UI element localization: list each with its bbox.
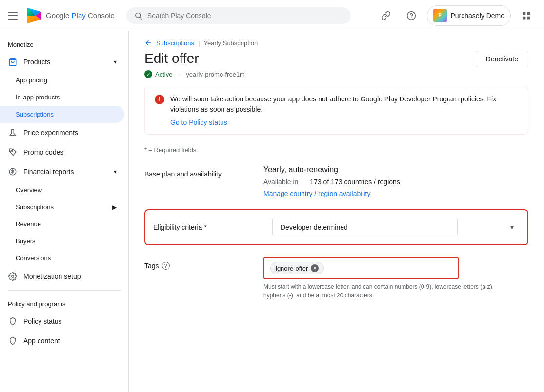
monetize-section-title: Monetize (0, 35, 128, 52)
svg-point-18 (12, 275, 14, 278)
eligibility-required-marker: * (204, 223, 206, 231)
breadcrumb-separator: | (198, 39, 200, 47)
warning-banner: We will soon take action because your ap… (144, 86, 528, 135)
link-button[interactable] (376, 6, 396, 25)
search-input[interactable] (147, 12, 343, 20)
sidebar-item-products[interactable]: Products ▾ (0, 52, 124, 72)
required-asterisk: * – Required fields (144, 146, 196, 154)
breadcrumb: Subscriptions | Yearly Subscription (129, 31, 544, 47)
eligibility-value-wrapper: Developer determined New subscribers onl… (272, 218, 520, 236)
policy-link[interactable]: Go to Policy status (170, 118, 227, 126)
sidebar-conversions-label: Conversions (16, 255, 51, 262)
warning-icon (155, 95, 164, 104)
manage-country-link[interactable]: Manage country / region availability (263, 190, 528, 197)
sidebar-item-policy-status[interactable]: Policy status (0, 312, 124, 331)
topbar: Google Play Console P Purchasely Demo (0, 0, 544, 31)
base-plan-title: Yearly, auto-renewing (263, 165, 528, 174)
account-chip[interactable]: P Purchasely Demo (427, 5, 511, 26)
layout: Monetize Products ▾ App pricing In-app p… (0, 31, 544, 392)
base-plan-value: Yearly, auto-renewing Available in 173 o… (263, 165, 528, 197)
sidebar-item-overview[interactable]: Overview (0, 181, 124, 198)
sidebar-item-financial-reports[interactable]: Financial reports ▾ (0, 162, 124, 181)
sidebar-divider (8, 290, 121, 291)
tags-input-wrapper[interactable]: ignore-offer (263, 257, 459, 279)
topbar-actions: P Purchasely Demo (376, 5, 537, 26)
sidebar-item-app-pricing[interactable]: App pricing (0, 72, 124, 89)
apps-icon (522, 11, 531, 20)
cart-icon (8, 57, 18, 67)
status-separator: · (178, 70, 180, 78)
back-arrow-icon[interactable] (144, 39, 152, 47)
search-icon (134, 11, 142, 20)
eligibility-inner: Eligibility criteria * Developer determi… (153, 218, 520, 236)
subscriptions-fin-chevron-icon: ▶ (112, 204, 117, 211)
financial-chevron-icon: ▾ (114, 168, 117, 175)
breadcrumb-link[interactable]: Subscriptions (156, 39, 194, 47)
eligibility-select[interactable]: Developer determined New subscribers onl… (272, 218, 458, 236)
sidebar-item-subscriptions[interactable]: Subscriptions (0, 106, 124, 123)
status-badge: Active (144, 70, 172, 78)
svg-point-9 (411, 17, 411, 18)
link-icon (381, 11, 391, 20)
sidebar-overview-label: Overview (16, 186, 42, 194)
sidebar-revenue-label: Revenue (16, 220, 41, 228)
tags-section: Tags ? ignore-offer Must start with a lo… (144, 257, 528, 300)
tags-label: Tags ? (144, 257, 252, 270)
base-plan-sub: Available in 173 of 173 countries / regi… (263, 178, 528, 186)
help-button[interactable] (402, 6, 421, 25)
deactivate-button[interactable]: Deactivate (476, 51, 528, 67)
sidebar-policy-label: Policy status (23, 317, 62, 325)
page-header: Edit offer Active · yearly-promo-free1m … (129, 47, 544, 86)
sidebar-item-promo-codes[interactable]: Promo codes (0, 142, 124, 162)
tags-hint: Must start with a lowercase letter, and … (263, 282, 507, 300)
apps-button[interactable] (517, 6, 536, 25)
sidebar-item-revenue[interactable]: Revenue (0, 216, 124, 233)
status-id: yearly-promo-free1m (186, 71, 245, 78)
base-plan-row: Base plan and availability Yearly, auto-… (144, 165, 528, 197)
select-chevron-icon: ▾ (510, 223, 514, 231)
eligibility-select-wrapper: Developer determined New subscribers onl… (272, 218, 520, 236)
logo[interactable]: Google Play Console (25, 7, 115, 24)
account-name: Purchasely Demo (451, 12, 505, 20)
sidebar-item-app-content[interactable]: App content (0, 331, 124, 351)
sidebar-item-buyers[interactable]: Buyers (0, 233, 124, 250)
svg-rect-10 (523, 12, 526, 15)
products-chevron-icon: ▾ (114, 59, 117, 65)
sidebar-item-in-app-products[interactable]: In-app products (0, 89, 124, 106)
sidebar-promo-label: Promo codes (23, 148, 63, 156)
status-row: Active · yearly-promo-free1m (144, 70, 245, 78)
available-in-label: Available in (263, 178, 298, 186)
tag-chip-label: ignore-offer (276, 265, 308, 272)
sidebar-item-conversions[interactable]: Conversions (0, 250, 124, 267)
menu-button[interactable] (8, 10, 20, 21)
tags-help-icon[interactable]: ? (162, 262, 170, 270)
sidebar-subscriptions-fin-label: Subscriptions (16, 203, 54, 211)
search-bar[interactable] (126, 7, 351, 24)
base-plan-label: Base plan and availability (144, 165, 252, 178)
sidebar-item-subscriptions-fin[interactable]: Subscriptions ▶ (0, 198, 124, 216)
tag-remove-button[interactable] (311, 264, 319, 272)
logo-text: Google Play Console (46, 11, 115, 20)
warning-content: We will soon take action because your ap… (170, 94, 518, 126)
main-content: Subscriptions | Yearly Subscription Edit… (129, 31, 544, 392)
eligibility-row: Eligibility criteria * Developer determi… (144, 209, 528, 245)
required-note: * – Required fields (144, 146, 528, 154)
tag-icon (8, 147, 18, 157)
sidebar-products-label: Products (23, 58, 50, 66)
eligibility-label: Eligibility criteria * (153, 223, 261, 231)
tags-label-text: Tags (144, 262, 159, 270)
sidebar-buyers-label: Buyers (16, 237, 35, 245)
shield-policy-icon (8, 316, 18, 326)
sidebar-subscriptions-label: Subscriptions (16, 111, 54, 118)
sidebar-item-monetization-setup[interactable]: Monetization setup (0, 267, 124, 286)
page-header-left: Edit offer Active · yearly-promo-free1m (144, 51, 245, 78)
shield-content-icon (8, 336, 18, 346)
policy-section-title: Policy and programs (0, 294, 128, 312)
dollar-icon (8, 167, 18, 176)
sidebar-item-price-experiments[interactable]: Price experiments (0, 123, 124, 142)
flask-icon (8, 128, 18, 137)
sidebar-app-content-label: App content (23, 337, 60, 345)
sidebar: Monetize Products ▾ App pricing In-app p… (0, 31, 129, 392)
account-avatar: P (433, 9, 447, 22)
help-icon (406, 11, 416, 20)
